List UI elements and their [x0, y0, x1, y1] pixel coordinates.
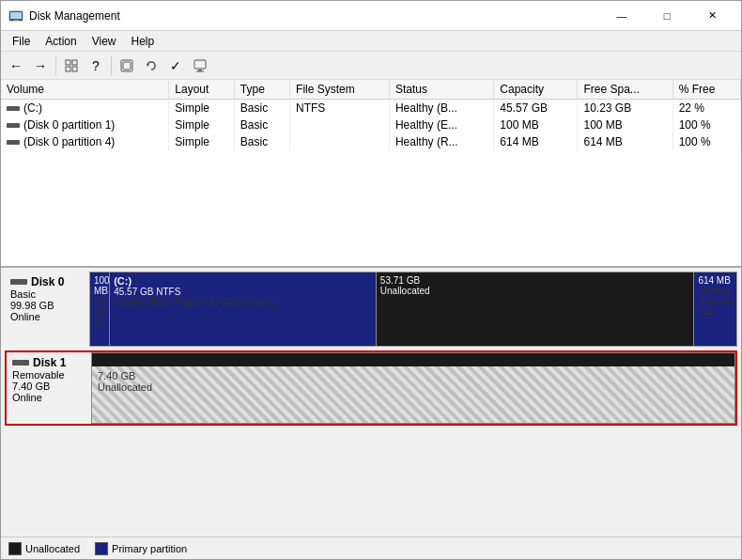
disk1-row: Disk 1 Removable 7.40 GB Online 7.40 GB …	[5, 350, 737, 426]
back-button[interactable]: ←	[5, 54, 27, 77]
disk0-part-efi[interactable]: 100 MB Healthy (EFI Sy 👆	[90, 272, 110, 346]
toolbar-sep-1	[55, 56, 56, 75]
disk1-partitions: 7.40 GB Unallocated	[91, 352, 735, 424]
close-button[interactable]: ✕	[690, 1, 734, 31]
disk1-title: Disk 1	[33, 356, 66, 369]
grid-button[interactable]	[60, 54, 83, 77]
legend-unalloc-label: Unallocated	[25, 543, 80, 554]
col-percent: % Free	[672, 80, 740, 100]
legend-primary-label: Primary partition	[112, 543, 187, 554]
table-header-row: Volume Layout Type File System Status Ca…	[1, 80, 741, 100]
col-capacity: Capacity	[494, 80, 578, 100]
svg-rect-6	[72, 67, 77, 71]
maximize-button[interactable]: □	[645, 1, 688, 31]
disk1-label: Disk 1 Removable 7.40 GB Online	[7, 352, 91, 424]
title-bar: Disk Management — □ ✕	[1, 1, 741, 31]
unalloc-size: 53.71 GB	[380, 275, 690, 286]
table-row[interactable]: (Disk 0 partition 1)SimpleBasicHealthy (…	[1, 117, 741, 133]
undo-button[interactable]	[140, 54, 162, 77]
disk0-part-recovery[interactable]: 614 MB Healthy (Recovery Par	[694, 272, 736, 346]
col-filesystem: File System	[290, 80, 390, 100]
c-desc: Healthy (Boot, Page File, Crash Dump,	[114, 297, 372, 307]
table-row[interactable]: (Disk 0 partition 4)SimpleBasicHealthy (…	[1, 133, 741, 150]
toolbar: ← → ? ✓	[1, 52, 741, 80]
check-button[interactable]: ✓	[164, 54, 187, 77]
svg-rect-11	[198, 70, 202, 71]
menu-view[interactable]: View	[85, 33, 124, 50]
col-type: Type	[234, 80, 289, 100]
c-size: 45.57 GB NTFS	[114, 287, 372, 297]
menu-file[interactable]: File	[5, 33, 38, 50]
minimize-button[interactable]: —	[600, 1, 643, 31]
disk0-label: Disk 0 Basic 99.98 GB Online	[5, 272, 89, 347]
menu-help[interactable]: Help	[124, 33, 162, 50]
main-window: Disk Management — □ ✕ File Action View H…	[0, 0, 742, 560]
disk0-title: Disk 0	[31, 275, 64, 288]
disk1-type: Removable	[12, 369, 85, 381]
svg-rect-10	[194, 60, 206, 69]
svg-rect-1	[10, 12, 22, 19]
volume-table-container: Volume Layout Type File System Status Ca…	[1, 80, 741, 268]
efi-size: 100 MB	[94, 275, 105, 296]
volume-table: Volume Layout Type File System Status Ca…	[1, 80, 741, 150]
disk1-header-bar	[92, 353, 734, 366]
c-name: (C:)	[114, 275, 372, 287]
disk0-type: Basic	[10, 288, 84, 300]
col-volume: Volume	[1, 80, 169, 100]
efi-desc: Healthy (EFI Sy	[94, 296, 105, 327]
svg-rect-5	[66, 67, 70, 71]
disk0-row: Disk 0 Basic 99.98 GB Online 100 MB Heal…	[5, 272, 737, 347]
minus-button[interactable]	[116, 54, 138, 77]
legend-unalloc-icon	[8, 542, 22, 555]
main-content: Volume Layout Type File System Status Ca…	[1, 80, 741, 559]
svg-rect-8	[123, 62, 131, 70]
col-layout: Layout	[169, 80, 234, 100]
disk-view: Disk 0 Basic 99.98 GB Online 100 MB Heal…	[1, 268, 741, 537]
disk0-status: Online	[10, 311, 84, 322]
disk0-part-c[interactable]: (C:) 45.57 GB NTFS Healthy (Boot, Page F…	[110, 272, 377, 346]
col-free: Free Spa...	[578, 80, 672, 100]
unalloc-desc: Unallocated	[380, 286, 690, 296]
svg-rect-4	[72, 60, 77, 65]
window-controls: — □ ✕	[600, 1, 734, 31]
monitor-button[interactable]	[189, 54, 211, 77]
disk1-unalloc-size: 7.40 GB	[98, 370, 729, 381]
menu-action[interactable]: Action	[38, 33, 84, 50]
forward-button[interactable]: →	[29, 54, 52, 77]
window-title: Disk Management	[29, 9, 600, 23]
disk1-status: Online	[12, 392, 85, 403]
disk0-partitions: 100 MB Healthy (EFI Sy 👆 (C:) 45.57 GB N…	[89, 272, 737, 347]
recovery-size: 614 MB	[698, 275, 733, 286]
legend-primary: Primary partition	[95, 542, 187, 555]
toolbar-sep-2	[111, 56, 112, 75]
disk1-unalloc-desc: Unallocated	[98, 381, 729, 393]
legend-unallocated: Unallocated	[8, 542, 80, 555]
col-status: Status	[389, 80, 493, 100]
disk0-size: 99.98 GB	[10, 300, 84, 311]
app-icon	[8, 8, 23, 23]
disk1-unalloc[interactable]: 7.40 GB Unallocated	[92, 366, 734, 423]
menu-bar: File Action View Help	[1, 31, 741, 52]
help-button[interactable]: ?	[85, 54, 107, 77]
legend: Unallocated Primary partition	[1, 537, 741, 559]
recovery-desc: Healthy (Recovery Par	[698, 286, 733, 317]
table-row[interactable]: (C:)SimpleBasicNTFSHealthy (B...45.57 GB…	[1, 100, 741, 117]
legend-primary-icon	[95, 542, 108, 555]
disk0-part-unalloc[interactable]: 53.71 GB Unallocated	[377, 272, 695, 346]
disk1-size: 7.40 GB	[12, 381, 85, 392]
svg-rect-3	[66, 60, 70, 65]
svg-rect-2	[13, 20, 19, 21]
svg-rect-12	[196, 70, 204, 71]
